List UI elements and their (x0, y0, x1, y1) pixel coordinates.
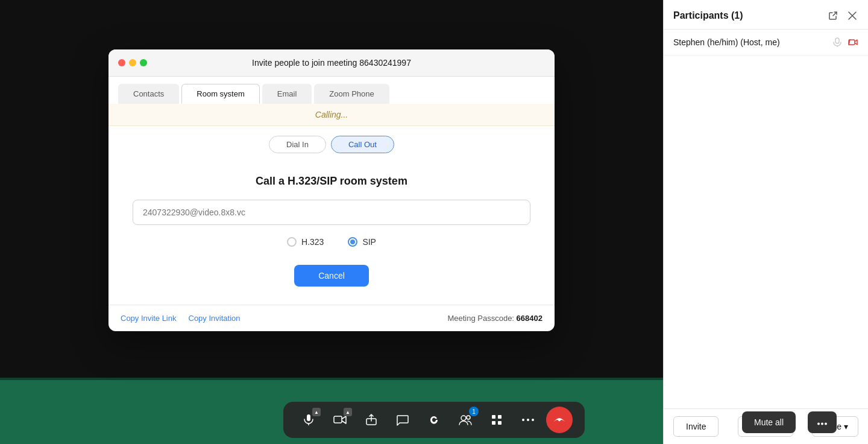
passcode-value: 668402 (517, 314, 542, 323)
svg-rect-0 (835, 38, 839, 43)
chevron-down-icon: ▾ (844, 422, 848, 431)
participants-btn[interactable]: 1 (452, 407, 479, 433)
invite-button[interactable]: Invite (673, 416, 719, 437)
video-arrow[interactable]: ▲ (344, 408, 352, 416)
svg-point-19 (825, 423, 827, 425)
external-link-icon[interactable] (827, 10, 839, 22)
participant-name: Stephen (he/him) (Host, me) (673, 37, 780, 47)
panel-header: Participants (1) (664, 0, 868, 30)
copy-invite-link[interactable]: Copy Invite Link (121, 314, 177, 323)
modal-tabs: Contacts Room system Email Zoom Phone (108, 77, 555, 104)
svg-rect-13 (498, 421, 502, 425)
panel-header-icons (827, 10, 858, 22)
tab-contacts[interactable]: Contacts (118, 84, 179, 104)
mute-arrow[interactable]: ▲ (312, 408, 321, 416)
modal-title: Invite people to join meeting 8643024199… (252, 58, 411, 68)
radio-circle-h323 (287, 237, 297, 247)
share-btn[interactable] (358, 407, 385, 433)
chat-btn[interactable] (389, 407, 416, 433)
radio-circle-sip (348, 237, 357, 247)
radio-sip[interactable]: SIP (348, 237, 376, 247)
sub-tab-dial-in[interactable]: Dial In (269, 136, 326, 153)
minimize-traffic-light[interactable] (129, 59, 136, 66)
bottom-toolbar: ▲ ▲ 1 (283, 402, 585, 438)
end-call-btn[interactable] (546, 407, 573, 433)
tab-zoom-phone[interactable]: Zoom Phone (314, 84, 389, 104)
apps-btn[interactable] (483, 407, 510, 433)
svg-point-8 (461, 416, 466, 420)
copy-invitation[interactable]: Copy Invitation (189, 314, 241, 323)
footer-links: Copy Invite Link Copy Invitation (121, 314, 241, 323)
svg-rect-4 (307, 414, 310, 421)
close-panel-icon[interactable] (846, 10, 858, 22)
svg-point-17 (817, 423, 820, 425)
sub-tabs: Dial In Call Out (108, 126, 555, 163)
modal-footer: Copy Invite Link Copy Invitation Meeting… (108, 305, 555, 331)
panel-title: Participants (1) (673, 10, 743, 21)
radio-group: H.323 SIP (287, 237, 376, 247)
participant-video-icon (848, 37, 858, 48)
svg-rect-12 (492, 421, 495, 425)
invite-modal: Invite people to join meeting 8643024199… (108, 49, 555, 331)
modal-body: Call a H.323/SIP room system H.323 SIP C… (108, 163, 555, 305)
tab-room-system[interactable]: Room system (181, 84, 259, 104)
modal-overlay: Invite people to join meeting 8643024199… (0, 0, 663, 380)
maximize-traffic-light[interactable] (140, 59, 147, 66)
mute-btn[interactable]: ▲ (295, 407, 322, 433)
calling-banner: Calling... (108, 104, 555, 126)
participant-item: Stephen (he/him) (Host, me) (664, 30, 868, 56)
sip-address-input[interactable] (133, 200, 530, 225)
passcode-section: Meeting Passcode: 668402 (447, 314, 542, 323)
more-horiz-btn[interactable] (515, 407, 541, 433)
tab-email[interactable]: Email (262, 84, 312, 104)
reactions-btn[interactable] (421, 407, 447, 433)
cancel-button[interactable]: Cancel (294, 265, 369, 287)
participants-panel: Participants (1) Stephen (he/him) (Host,… (663, 0, 868, 444)
svg-point-16 (532, 419, 534, 421)
svg-point-9 (467, 416, 470, 419)
mute-all-bottom-btn[interactable]: Mute all (742, 411, 796, 433)
participant-icons (832, 37, 858, 48)
close-traffic-light[interactable] (118, 59, 125, 66)
traffic-lights (118, 59, 147, 66)
svg-rect-6 (334, 416, 342, 423)
svg-rect-11 (498, 415, 502, 419)
participant-mic-icon (832, 37, 843, 48)
svg-point-18 (821, 423, 823, 425)
participants-badge: 1 (469, 407, 479, 416)
more-bottom-btn[interactable] (808, 411, 837, 433)
svg-point-14 (522, 419, 524, 421)
modal-titlebar: Invite people to join meeting 8643024199… (108, 49, 555, 77)
sub-tab-call-out[interactable]: Call Out (331, 136, 394, 153)
svg-point-15 (527, 419, 529, 421)
svg-rect-10 (492, 415, 495, 419)
video-btn[interactable]: ▲ (327, 407, 353, 433)
section-title: Call a H.323/SIP room system (256, 175, 407, 188)
radio-h323[interactable]: H.323 (287, 237, 324, 247)
